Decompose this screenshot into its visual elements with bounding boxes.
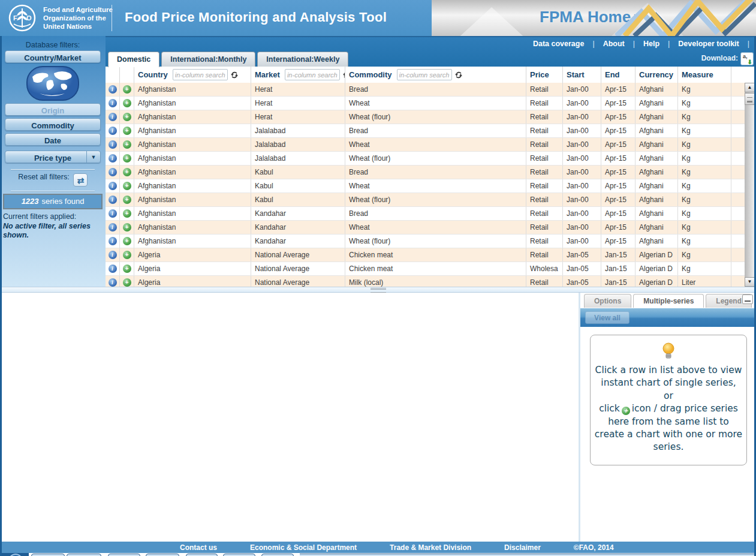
dataset-tab[interactable]: Domestic [108,52,159,67]
download-label: Download: [701,54,738,62]
table-row[interactable]: i + Afghanistan Herat Wheat Retail Jan-0… [106,97,756,110]
add-series-icon[interactable]: + [120,248,134,262]
chevron-down-icon[interactable]: ▼ [86,151,100,164]
add-series-icon[interactable]: + [120,166,134,179]
cell-measure: Kg [678,193,731,206]
cell-market: Jalalabad [251,152,345,165]
info-icon[interactable]: i [106,97,120,110]
info-icon[interactable]: i [106,124,120,137]
cell-measure: Kg [678,221,731,234]
info-icon[interactable]: i [106,152,120,165]
cell-start: Jan-00 [563,235,601,248]
footer-link[interactable]: Trade & Market Division [390,543,471,552]
table-row[interactable]: i + Afghanistan Jalalabad Wheat (flour) … [106,152,756,166]
info-icon[interactable]: i [106,262,120,275]
table-row[interactable]: i + Algeria National Average Chicken mea… [106,248,756,262]
add-series-icon[interactable]: + [120,276,134,287]
info-icon[interactable]: i [106,166,120,179]
panel-tab[interactable]: Multiple-series [633,294,704,308]
cell-end: Apr-15 [601,207,635,220]
info-icon[interactable]: i [106,179,120,193]
price-type-filter-button[interactable]: Price type ▼ [5,151,101,163]
country-market-filter-button[interactable]: Country/Market [5,50,101,63]
refresh-icon[interactable] [230,71,239,79]
divider [11,191,95,191]
nav-link[interactable]: Developer toolkit [674,40,754,48]
footer-link[interactable]: Disclaimer [504,543,541,552]
footer-link[interactable]: Economic & Social Department [250,543,357,552]
info-icon[interactable]: i [106,235,120,248]
add-series-icon[interactable]: + [120,235,134,248]
splitter-grip[interactable] [371,288,386,293]
info-icon[interactable]: i [106,83,120,96]
nav-link[interactable]: About [599,40,639,48]
nav-link[interactable]: Data coverage [529,40,599,48]
table-row[interactable]: i + Algeria National Average Chicken mea… [106,262,756,276]
date-filter-button[interactable]: Date [5,133,101,146]
info-icon[interactable]: i [106,110,120,124]
table-row[interactable]: i + Afghanistan Kabul Bread Retail Jan-0… [106,166,756,179]
add-series-icon[interactable]: + [120,97,134,110]
add-series-icon[interactable]: + [120,152,134,165]
table-row[interactable]: i + Algeria National Average Milk (local… [106,276,756,287]
scroll-down-icon[interactable]: ▼ [745,277,755,287]
horizontal-splitter[interactable] [0,287,756,293]
info-icon[interactable]: i [106,138,120,151]
info-icon[interactable]: i [106,193,120,206]
cell-country: Afghanistan [134,83,251,96]
add-series-icon[interactable]: + [120,110,134,124]
info-icon[interactable]: i [106,207,120,220]
add-series-icon[interactable]: + [120,193,134,206]
table-row[interactable]: i + Afghanistan Jalalabad Wheat Retail J… [106,138,756,152]
panel-tab[interactable]: Options [584,294,631,308]
reset-filters-icon[interactable]: ⇄ [73,173,88,187]
market-search-input[interactable] [285,69,340,80]
column-header-filler [731,67,756,83]
add-series-icon[interactable]: + [120,124,134,137]
cutoff-strip [0,553,756,556]
world-map-image [26,66,79,101]
fao-logo-icon: F O [8,4,37,32]
add-series-icon[interactable]: + [120,221,134,234]
download-excel-icon[interactable]: a,⬇ [740,52,754,65]
table-row[interactable]: i + Afghanistan Kabul Wheat Retail Jan-0… [106,179,756,193]
panel-tabs: OptionsMultiple-seriesLegend [584,294,752,308]
table-row[interactable]: i + Afghanistan Herat Wheat (flour) Reta… [106,110,756,124]
info-icon[interactable]: i [106,221,120,234]
commodity-search-input[interactable] [397,69,452,80]
add-series-icon[interactable]: + [120,138,134,151]
country-search-input[interactable] [173,69,228,80]
column-header-start: Start [563,67,601,83]
no-filter-text: No active filter, all series shown. [3,222,104,240]
table-row[interactable]: i + Afghanistan Kandahar Wheat Retail Ja… [106,221,756,235]
cell-measure: Kg [678,207,731,220]
add-series-icon[interactable]: + [120,83,134,96]
table-row[interactable]: i + Afghanistan Kandahar Bread Retail Ja… [106,207,756,221]
add-series-icon[interactable]: + [120,207,134,220]
column-header-currency: Currency [635,67,678,83]
scroll-up-icon[interactable]: ▲ [745,83,755,92]
cell-market: Jalalabad [251,124,345,137]
scrollbar-thumb[interactable] [745,93,755,105]
add-series-icon[interactable]: + [120,179,134,193]
commodity-filter-button[interactable]: Commodity [5,118,101,131]
footer-link[interactable]: Contact us [180,543,217,552]
dataset-tab[interactable]: International:Monthly [161,52,255,67]
dataset-tab[interactable]: International:Weekly [257,52,348,67]
cell-country: Afghanistan [134,221,251,234]
cell-end: Apr-15 [601,166,635,179]
table-row[interactable]: i + Afghanistan Kabul Wheat (flour) Reta… [106,193,756,207]
table-scrollbar[interactable]: ▲ ▼ [745,83,755,287]
info-icon[interactable]: i [106,276,120,287]
table-row[interactable]: i + Afghanistan Jalalabad Bread Retail J… [106,124,756,138]
cutoff-tab [146,554,179,556]
nav-link[interactable]: Help [639,40,674,48]
table-row[interactable]: i + Afghanistan Herat Bread Retail Jan-0… [106,83,756,97]
table-row[interactable]: i + Afghanistan Kandahar Wheat (flour) R… [106,235,756,248]
cell-market: Kandahar [251,235,345,248]
add-series-icon[interactable]: + [120,262,134,275]
refresh-icon[interactable] [454,71,463,79]
info-icon[interactable]: i [106,248,120,262]
minimize-panel-icon[interactable] [742,294,753,304]
cell-start: Jan-05 [563,262,601,275]
